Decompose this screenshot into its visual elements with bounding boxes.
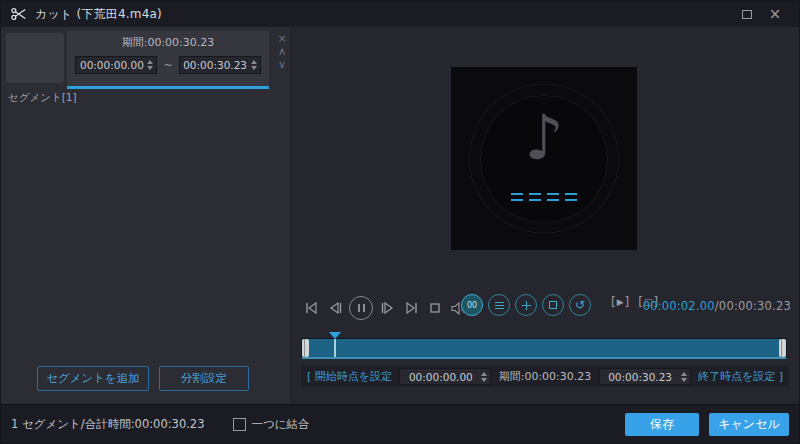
spinner-up-icon[interactable] xyxy=(147,60,153,64)
start-time-input[interactable]: 00:00:00.00 xyxy=(399,368,491,385)
right-trim-handle[interactable] xyxy=(779,339,786,357)
step-back-button[interactable] xyxy=(323,296,347,320)
left-trim-handle[interactable] xyxy=(302,339,309,357)
segment-card[interactable]: 期間:00:00:30.23 00:00:00.00 ~ 00:00:30.23 xyxy=(67,31,269,89)
spinner-down-icon[interactable] xyxy=(147,66,153,70)
segment-end-input[interactable]: 00:00:30.23 xyxy=(179,56,261,74)
total-time: 00:00:30.23 xyxy=(719,299,791,313)
add-segment-button[interactable]: セグメントを追加 xyxy=(37,366,149,391)
cancel-button[interactable]: キャンセル xyxy=(709,413,789,436)
segment-thumbnail[interactable] xyxy=(6,33,64,83)
delete-segment-button[interactable]: × xyxy=(277,32,286,45)
playhead-marker-icon[interactable] xyxy=(329,332,341,339)
time-display: 00:00:02.00/00:00:30.23 xyxy=(643,299,791,313)
move-segment-down-button[interactable]: ∨ xyxy=(278,58,286,71)
spinner-down-icon[interactable] xyxy=(681,378,687,382)
segment-summary: 1 セグメント/合計時間:00:00:30.23 xyxy=(11,417,205,432)
segment-range-inputs: 00:00:00.00 ~ 00:00:30.23 xyxy=(67,56,269,74)
bracket-right-icon: ] xyxy=(625,295,630,309)
end-time-value: 00:00:30.23 xyxy=(600,371,681,383)
title-bar: カット (下荒田4.m4a) × xyxy=(1,1,799,27)
equalizer-dash-icon xyxy=(547,193,559,201)
scissors-icon xyxy=(11,7,27,21)
segment-range-bar xyxy=(67,86,269,89)
play-segment-button[interactable]: [▶] xyxy=(611,295,629,309)
segment-end-spinner[interactable] xyxy=(251,60,260,70)
close-button[interactable]: × xyxy=(761,4,789,24)
keyframe-icon: 00 xyxy=(467,301,477,310)
reset-icon: ↺ xyxy=(575,299,585,311)
spinner-down-icon[interactable] xyxy=(481,378,487,382)
start-time-spinner[interactable] xyxy=(481,372,490,382)
trim-value-row: [ 開始時点を設定 00:00:00.00 期間:00:00:30.23 00:… xyxy=(301,366,789,387)
segment-panel: セグメント[1] 期間:00:00:30.23 00:00:00.00 ~ 00… xyxy=(1,27,291,404)
merge-checkbox-label: 一つに結合 xyxy=(252,417,310,432)
merge-checkbox[interactable] xyxy=(233,418,246,431)
move-segment-up-button[interactable]: ∧ xyxy=(278,45,286,58)
list-icon xyxy=(495,302,504,309)
equalizer-dash-icon xyxy=(565,193,577,201)
playhead[interactable] xyxy=(334,339,336,357)
equalizer-dash-icon xyxy=(529,193,541,201)
bracket-left-icon: [ xyxy=(611,295,616,309)
save-button[interactable]: 保存 xyxy=(625,413,699,436)
skip-start-button[interactable] xyxy=(299,296,323,320)
pause-icon xyxy=(358,304,365,312)
spinner-down-icon[interactable] xyxy=(251,66,257,70)
trim-duration-label: 期間:00:00:30.23 xyxy=(499,369,592,384)
segment-duration-label: 期間:00:00:30.23 xyxy=(67,31,269,50)
end-time-input[interactable]: 00:00:30.23 xyxy=(599,368,691,385)
cut-dialog-window: カット (下荒田4.m4a) × セグメント[1] 期間:00:00:30.23… xyxy=(0,0,800,444)
segment-toolbar: 00 ↺ xyxy=(461,294,591,316)
start-time-value: 00:00:00.00 xyxy=(400,371,481,383)
set-start-button[interactable]: [ 開始時点を設定 xyxy=(307,369,392,384)
stop-button[interactable] xyxy=(423,296,447,320)
copy-segment-button[interactable] xyxy=(542,294,564,316)
pause-button[interactable] xyxy=(349,296,373,320)
maximize-button[interactable] xyxy=(733,4,761,24)
range-separator: ~ xyxy=(163,59,172,72)
set-end-button[interactable]: 終了時点を設定 ] xyxy=(698,369,783,384)
segment-card-actions: × ∧ ∨ xyxy=(273,32,291,71)
reset-button[interactable]: ↺ xyxy=(569,294,591,316)
segment-end-value: 00:00:30.23 xyxy=(180,59,251,71)
segment-label: セグメント[1] xyxy=(8,91,77,105)
current-time: 00:00:02.00 xyxy=(643,299,715,313)
segment-start-value: 00:00:00.00 xyxy=(76,59,147,71)
music-note-icon: ♪ xyxy=(524,100,564,173)
album-art: ♪ xyxy=(451,67,637,250)
segment-start-spinner[interactable] xyxy=(147,60,156,70)
skip-end-button[interactable] xyxy=(399,296,423,320)
maximize-icon xyxy=(742,10,752,19)
footer-bar: 1 セグメント/合計時間:00:00:30.23 一つに結合 保存 キャンセル xyxy=(1,404,799,443)
segment-start-input[interactable]: 00:00:00.00 xyxy=(75,56,157,74)
equalizer-dashes xyxy=(511,193,577,201)
end-time-spinner[interactable] xyxy=(681,372,690,382)
play-small-icon: ▶ xyxy=(617,297,624,307)
step-forward-button[interactable] xyxy=(375,296,399,320)
window-title: カット (下荒田4.m4a) xyxy=(35,6,162,23)
split-settings-button[interactable]: 分割設定 xyxy=(159,366,249,391)
square-icon xyxy=(549,301,557,309)
spinner-up-icon[interactable] xyxy=(251,60,257,64)
preview-panel: ♪ xyxy=(291,27,799,404)
keyframe-button[interactable]: 00 xyxy=(461,294,483,316)
segment-list-button[interactable] xyxy=(488,294,510,316)
spinner-up-icon[interactable] xyxy=(681,372,687,376)
equalizer-dash-icon xyxy=(511,193,523,201)
add-split-button[interactable] xyxy=(515,294,537,316)
trim-timeline[interactable] xyxy=(301,338,787,359)
plus-icon xyxy=(522,301,531,310)
spinner-up-icon[interactable] xyxy=(481,372,487,376)
transport-controls xyxy=(299,293,471,323)
